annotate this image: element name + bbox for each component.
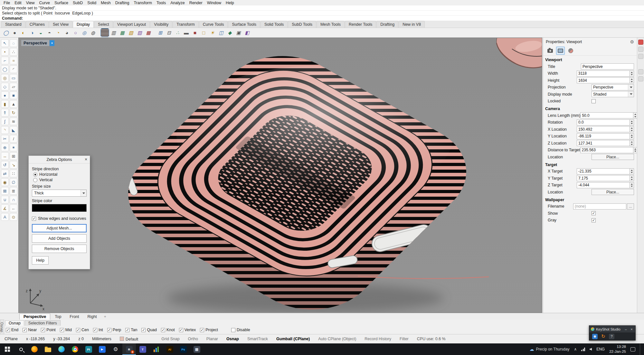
menu-curve[interactable]: Curve (37, 1, 52, 5)
firefox-icon[interactable] (28, 343, 41, 355)
ground-plane-icon[interactable]: ▬ (182, 29, 190, 37)
help-side-tab-icon[interactable] (638, 76, 643, 81)
new-viewport-tab-icon[interactable]: + (101, 314, 109, 320)
adjust-mesh-button[interactable]: Adjust Mesh... (32, 224, 87, 232)
menu-analyze[interactable]: Analyze (168, 1, 187, 5)
capture-icon[interactable]: ◧ (243, 29, 251, 37)
osnap-knot-checkbox[interactable]: ✓ Knot (161, 328, 175, 332)
osnap-vertex-checkbox[interactable]: ✓ Vertex (179, 328, 196, 332)
curve-icon[interactable]: ≈ (10, 57, 17, 64)
tab-set-view[interactable]: Set View (49, 21, 72, 28)
network-icon[interactable] (581, 348, 585, 351)
close-button[interactable]: × (630, 327, 634, 331)
properties-side-tab-icon[interactable] (638, 47, 643, 52)
edge-icon[interactable] (55, 343, 68, 355)
pen-display-icon[interactable]: ◕ (63, 29, 71, 37)
viewport-tab-right[interactable]: Right (84, 314, 101, 320)
cylinder-icon[interactable]: ▮ (1, 100, 9, 108)
rotation-input[interactable] (577, 119, 630, 126)
measure-icon[interactable]: ∡ (1, 204, 9, 212)
trim-icon[interactable]: ✂ (1, 135, 9, 143)
target-place-button[interactable]: Place... (592, 189, 634, 195)
thickness-analysis-icon[interactable]: ▨ (136, 29, 144, 37)
x-target-input[interactable] (577, 168, 630, 174)
surface-icon[interactable]: ▱ (10, 83, 17, 90)
text-icon[interactable]: A (1, 213, 9, 221)
object-properties-tab[interactable] (546, 47, 554, 55)
record-history-toggle[interactable]: Record History (365, 337, 391, 341)
rectangle-icon[interactable]: ▭ (10, 74, 17, 82)
lasso-select-icon[interactable]: ◌ (10, 39, 17, 47)
ghosted-display-icon[interactable]: ◑ (28, 29, 36, 37)
tab-surface-tools[interactable]: Surface Tools (228, 21, 260, 28)
tab-mesh-tools[interactable]: Mesh Tools (317, 21, 345, 28)
osnap-int-checkbox[interactable]: ✓ Int (93, 328, 103, 332)
chrome-icon[interactable] (68, 343, 82, 355)
z-location-input[interactable] (577, 140, 630, 146)
add-objects-button[interactable]: Add Objects (32, 234, 87, 243)
array-icon[interactable]: ∷ (10, 170, 17, 177)
zebra-analysis-icon[interactable]: ▤ (101, 29, 109, 37)
lens-length-input[interactable] (580, 112, 633, 118)
osnap-tan-checkbox[interactable]: ✓ Tan (125, 328, 137, 332)
circle-icon[interactable]: ◯ (1, 65, 9, 73)
join-icon[interactable]: ⊕ (1, 144, 9, 151)
menu-edit[interactable]: Edit (12, 1, 24, 5)
tab-drafting[interactable]: Drafting (376, 21, 398, 28)
height-spinner[interactable] (630, 77, 634, 83)
select-icon[interactable]: ↖ (1, 39, 9, 47)
mirror-icon[interactable]: ⇄ (1, 170, 9, 177)
split-icon[interactable]: / (10, 135, 17, 143)
raytraced-display-icon[interactable]: ◎ (80, 29, 88, 37)
smarttrack-toggle[interactable]: SmartTrack (247, 337, 268, 341)
revolve-icon[interactable]: ↻ (10, 109, 17, 117)
tab-solid-tools[interactable]: Solid Tools (260, 21, 288, 28)
osnap-disable-checkbox[interactable]: Disable (231, 328, 250, 332)
tab-new-in-v8[interactable]: New in V8 (399, 21, 425, 28)
width-input[interactable] (577, 70, 630, 77)
analytics-app-icon[interactable] (149, 343, 163, 355)
viewport-tab-front[interactable]: Front (66, 314, 83, 320)
menu-surface[interactable]: Surface (52, 1, 71, 5)
start-button[interactable] (1, 343, 14, 355)
x-location-input[interactable] (577, 126, 630, 132)
tab-render-tools[interactable]: Render Tools (345, 21, 376, 28)
loft-icon[interactable]: ≋ (10, 117, 17, 125)
tab-transform[interactable]: Transform (173, 21, 199, 28)
minimize-button[interactable]: – (624, 327, 628, 331)
weather-widget[interactable]: ☁ Precip on Thursday (530, 347, 570, 352)
menu-render[interactable]: Render (187, 1, 205, 5)
rotation-spinner[interactable] (630, 119, 634, 126)
zebra-model-canvas[interactable] (109, 55, 489, 312)
menu-help[interactable]: Help (223, 1, 236, 5)
keyshot-help-icon[interactable]: ? (609, 334, 614, 339)
hidden-icons-chevron[interactable]: ∧ (574, 347, 577, 351)
zebra-dialog-titlebar[interactable]: Zebra Options × (29, 156, 90, 163)
menu-file[interactable]: File (1, 1, 12, 5)
browse-button[interactable]: ... (627, 203, 634, 210)
named-view-icon[interactable]: ▣ (234, 29, 242, 37)
artistic-display-icon[interactable]: ◔ (54, 29, 62, 37)
z-target-input[interactable] (577, 182, 630, 188)
stripe-color-swatch[interactable] (32, 204, 87, 212)
environment-icon[interactable]: ◆ (226, 29, 234, 37)
lock-icon[interactable]: ⊠ (1, 187, 9, 195)
boolean-union-icon[interactable]: ∪ (1, 196, 9, 203)
y-location-input[interactable] (577, 133, 630, 139)
tab-display[interactable]: Display (73, 21, 94, 28)
keyshot-sync-icon[interactable]: ↻ (601, 334, 606, 339)
settings-icon[interactable]: ⚙ (109, 343, 122, 355)
sphere-icon[interactable]: ● (1, 91, 9, 99)
y-target-input[interactable] (577, 175, 630, 181)
x-target-spinner[interactable] (630, 168, 634, 174)
zoom-icon[interactable]: ⊙ (10, 213, 17, 221)
chevron-down-icon[interactable]: ▾ (50, 40, 54, 46)
shadows-icon[interactable]: ■ (191, 29, 199, 37)
gumball-toggle[interactable]: Gumball (CPlane) (276, 337, 310, 341)
photopea-icon[interactable]: Pt (82, 343, 95, 355)
move-icon[interactable]: ↔ (1, 152, 9, 160)
display-properties-tab[interactable] (566, 47, 575, 55)
osnap-cen-checkbox[interactable]: ✓ Cen (76, 328, 89, 332)
osnap-quad-checkbox[interactable]: ✓ Quad (141, 328, 157, 332)
arc-icon[interactable]: ◜ (10, 65, 17, 73)
